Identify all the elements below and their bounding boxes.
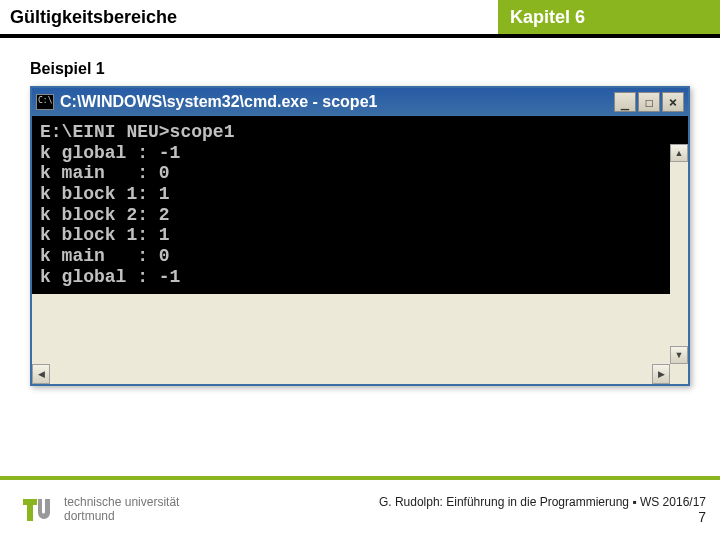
scroll-down-button[interactable]: ▼ [670,346,688,364]
horizontal-scroll-track[interactable] [50,364,652,384]
slide-topic: Gültigkeitsbereiche [0,0,498,38]
uni-name-line2: dortmund [64,510,179,524]
vertical-scroll-track[interactable] [670,162,688,346]
scroll-right-button[interactable]: ▶ [652,364,670,384]
scroll-up-button[interactable]: ▲ [670,144,688,162]
page-number: 7 [379,509,706,525]
lecture-credit: G. Rudolph: Einführung in die Programmie… [379,495,706,509]
tu-logo-icon [20,493,54,527]
minimize-button[interactable]: _ [614,92,636,112]
footer-bar: technische universität dortmund G. Rudol… [0,476,720,540]
uni-name-line1: technische universität [64,496,179,510]
chevron-left-icon: ◀ [38,369,45,379]
maximize-button[interactable]: ☐ [638,92,660,112]
slide-chapter: Kapitel 6 [498,0,720,38]
chevron-down-icon: ▼ [675,350,684,360]
chevron-up-icon: ▲ [675,148,684,158]
header-bar: Gültigkeitsbereiche Kapitel 6 [0,0,720,38]
vertical-scrollbar[interactable]: ▲ ▼ [670,144,688,364]
chevron-right-icon: ▶ [658,369,665,379]
horizontal-scrollbar[interactable]: ◀ ▶ [32,364,670,384]
terminal-output: E:\EINI NEU>scope1 k global : -1 k main … [32,116,688,294]
scroll-left-button[interactable]: ◀ [32,364,50,384]
university-logo: technische universität dortmund [20,493,179,527]
scrollbar-corner [670,364,688,384]
example-label: Beispiel 1 [0,38,720,86]
svg-rect-2 [27,499,33,521]
minimize-icon: _ [621,94,629,110]
close-button[interactable]: × [662,92,684,112]
close-icon: × [669,94,677,110]
maximize-icon: ☐ [645,94,653,110]
window-title: C:\WINDOWS\system32\cmd.exe - scope1 [60,93,608,111]
cmd-window: C:\WINDOWS\system32\cmd.exe - scope1 _ ☐… [30,86,690,386]
cmd-icon [36,94,54,110]
title-bar[interactable]: C:\WINDOWS\system32\cmd.exe - scope1 _ ☐… [32,88,688,116]
